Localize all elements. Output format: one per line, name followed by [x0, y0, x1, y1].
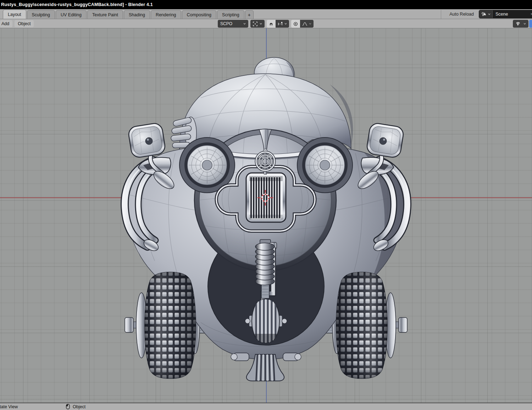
tab-rendering[interactable]: Rendering — [151, 10, 181, 19]
mode-label: Object — [73, 404, 85, 409]
buggy-model-canvas — [0, 28, 532, 403]
magnet-icon — [269, 22, 273, 26]
scene-name-value: Scene — [495, 12, 508, 17]
tab-layout[interactable]: Layout — [3, 10, 26, 19]
snap-settings-dropdown[interactable] — [276, 20, 289, 28]
chevron-down-icon — [309, 23, 311, 25]
tab-compositing[interactable]: Compositing — [182, 10, 216, 19]
scene-name-field[interactable]: Scene × — [493, 10, 532, 18]
tab-shading[interactable]: Shading — [124, 10, 150, 19]
window-titlebar: Rustys_Buggy\scenes\ds-rustys_buggyCAMBa… — [0, 0, 532, 9]
show-gizmo-toggle[interactable] — [529, 20, 532, 28]
falloff-curve-icon — [302, 22, 307, 26]
orientation-value: SCPO — [220, 21, 232, 26]
snap-increment-icon — [278, 22, 283, 26]
object-type-visibility-dropdown[interactable] — [513, 20, 528, 28]
proportional-falloff-dropdown[interactable] — [300, 20, 314, 28]
chevron-down-icon — [284, 23, 287, 25]
scene-icon — [481, 12, 487, 17]
chevron-down-icon — [488, 13, 491, 15]
object-menu[interactable]: Object — [15, 20, 34, 27]
tire-right — [336, 272, 387, 378]
proportional-edit-icon — [293, 22, 298, 26]
keymap-hint: tate View — [0, 404, 18, 409]
tab-sculpting[interactable]: Sculpting — [27, 10, 55, 19]
tab-scripting[interactable]: Scripting — [217, 10, 244, 19]
3d-viewport[interactable] — [0, 28, 532, 403]
x-icon[interactable]: × — [530, 11, 532, 17]
pivot-point-icon — [253, 22, 257, 26]
add-workspace-button[interactable]: + — [245, 10, 254, 19]
chevron-down-icon — [260, 23, 262, 25]
buggy-model — [125, 57, 408, 382]
eye-cursor-icon — [515, 21, 521, 26]
coil-spring — [255, 243, 275, 285]
snap-widget — [267, 20, 289, 28]
viewport-header: Add Object SCPO — [0, 19, 532, 28]
snap-toggle-button[interactable] — [267, 20, 276, 28]
proportional-edit-toggle[interactable] — [291, 20, 300, 28]
scene-selector[interactable]: Scene × — [479, 10, 532, 18]
add-menu[interactable]: Add — [0, 20, 12, 27]
window-title: Rustys_Buggy\scenes\ds-rustys_buggyCAMBa… — [1, 2, 153, 7]
workspace-tabbar: Layout Sculpting UV Editing Texture Pain… — [0, 9, 532, 19]
status-bar: tate View Object — [0, 403, 532, 410]
proportional-edit-widget — [291, 20, 314, 28]
underbody-skid — [231, 352, 301, 382]
grille — [246, 173, 286, 222]
mouse-lmb-icon — [66, 404, 70, 409]
region-divider — [441, 10, 441, 19]
tab-uv-editing[interactable]: UV Editing — [56, 10, 87, 19]
transform-orientation-dropdown[interactable]: SCPO — [218, 20, 248, 28]
chevron-down-icon — [243, 23, 246, 25]
tire-left — [145, 272, 196, 378]
scene-browse-button[interactable] — [479, 10, 493, 18]
chevron-down-icon — [523, 23, 526, 25]
auto-reload-label[interactable]: Auto Reload — [449, 12, 474, 17]
tab-texture-paint[interactable]: Texture Paint — [87, 10, 123, 19]
pivot-point-dropdown[interactable] — [250, 20, 265, 28]
